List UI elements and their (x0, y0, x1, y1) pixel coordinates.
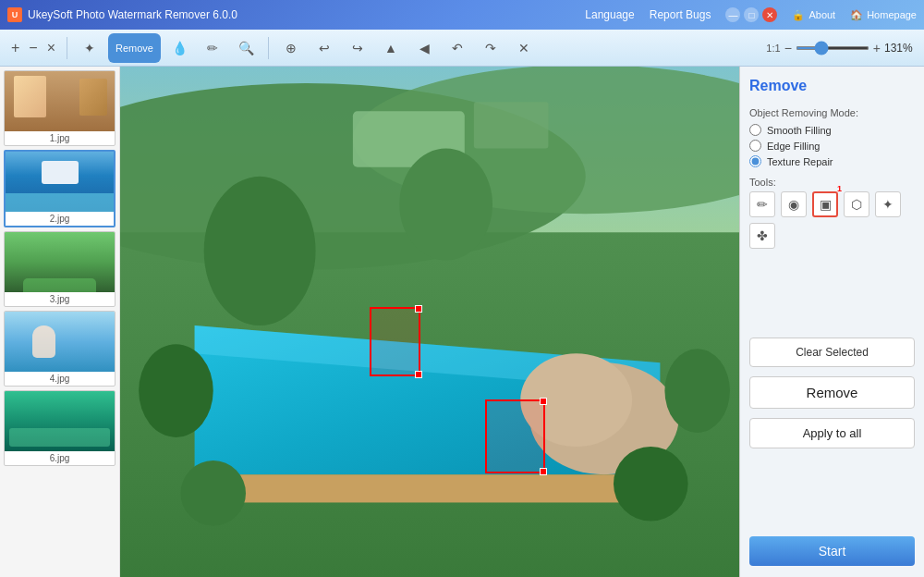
pattern-tool-button[interactable]: ✤ (749, 223, 775, 249)
mode-section: Object Removing Mode: Smooth Filling Edg… (749, 107, 915, 167)
tools-row: ✏ ◉ ▣ 1 ⬡ ✦ ✤ (749, 191, 915, 249)
mode-smooth-radio[interactable] (749, 124, 761, 136)
remove-file-button[interactable]: − (25, 38, 41, 58)
thumbnail-label-1: 1.jpg (5, 131, 115, 145)
thumbnail-image-4 (5, 312, 115, 372)
flip-v-button[interactable]: ▲ (376, 33, 406, 63)
svg-point-13 (614, 447, 688, 522)
home-icon: 🏠 (850, 9, 863, 21)
remove-tool-button[interactable]: Remove (108, 33, 161, 63)
zoom-plus-icon[interactable]: + (873, 41, 881, 55)
rect-tool-button[interactable]: ▣ (812, 191, 838, 217)
svg-rect-5 (474, 102, 549, 148)
file-tools: + − × (7, 38, 59, 58)
close-file-button[interactable]: × (43, 38, 59, 58)
svg-point-14 (180, 460, 246, 526)
tools-label: Tools: (749, 177, 915, 188)
main-area: 1.jpg 2.jpg 3.jpg 4.jpg 6.jpg (0, 67, 924, 577)
language-btn[interactable]: Language (585, 8, 634, 21)
thumbnail-image-2 (6, 152, 114, 212)
zoom-percent-label: 131% (884, 42, 917, 55)
pencil-tool-button[interactable]: ✏ (749, 191, 775, 217)
report-bugs-btn[interactable]: Report Bugs (650, 8, 711, 21)
magic-tool-button[interactable]: ✦ (875, 191, 901, 217)
clear-selected-button[interactable]: Clear Selected (749, 338, 915, 367)
panel-title: Remove (749, 78, 915, 94)
toolbar-separator-1 (67, 37, 67, 59)
undo-button[interactable]: ↶ (443, 33, 472, 63)
thumbnail-image-3 (5, 232, 115, 292)
clone-tool-button[interactable]: 🔍 (231, 33, 261, 63)
selection-box-2[interactable] (485, 399, 545, 473)
minimize-button[interactable]: — (725, 7, 740, 22)
mode-edge[interactable]: Edge Filling (749, 140, 915, 152)
thumbnail-item-4[interactable]: 4.jpg (4, 311, 116, 387)
zoom-minus-icon[interactable]: − (784, 41, 792, 55)
titlebar: U UkeySoft Photo Watermark Remover 6.0.0… (0, 0, 924, 30)
thumbnail-item-2[interactable]: 2.jpg (4, 150, 116, 227)
app-title: UkeySoft Photo Watermark Remover 6.0.0 (28, 8, 237, 21)
main-canvas (120, 67, 739, 577)
close-button[interactable]: ✕ (762, 7, 777, 22)
brush-tool-button[interactable]: ◉ (781, 191, 807, 217)
selection-handle-tr[interactable] (415, 305, 422, 313)
mode-edge-radio[interactable] (749, 140, 761, 152)
rotate-right-button[interactable]: ↪ (343, 33, 372, 63)
tool-num-badge: 1 (837, 184, 842, 193)
thumbnail-label-5: 6.jpg (5, 451, 115, 465)
add-file-button[interactable]: + (7, 38, 23, 58)
remove-button[interactable]: Remove (749, 376, 915, 409)
selection-handle-2-tr[interactable] (540, 398, 547, 405)
mode-edge-label: Edge Filling (767, 141, 820, 152)
mode-smooth[interactable]: Smooth Filling (749, 124, 915, 136)
svg-point-16 (399, 149, 492, 261)
titlebar-left: U UkeySoft Photo Watermark Remover 6.0.0 (7, 7, 237, 22)
thumbnail-item-3[interactable]: 3.jpg (4, 231, 116, 307)
rotate-left-button[interactable]: ↩ (310, 33, 339, 63)
selection-box-1[interactable] (370, 307, 420, 376)
selection-handle-2-br[interactable] (540, 468, 547, 475)
mode-radio-group: Smooth Filling Edge Filling Texture Repa… (749, 124, 915, 167)
clear-button[interactable]: ✕ (509, 33, 539, 63)
retouch-tool-button[interactable]: ✏ (198, 33, 227, 63)
titlebar-controls: — □ ✕ (725, 7, 777, 22)
thumbnail-image-1 (5, 71, 115, 131)
mode-smooth-label: Smooth Filling (767, 125, 832, 136)
redo-button[interactable]: ↷ (476, 33, 505, 63)
polygon-tool-button[interactable]: ⬡ (844, 191, 869, 217)
mode-texture-label: Texture Repair (767, 156, 833, 167)
toolbar: + − × ✦ Remove 💧 ✏ 🔍 ⊕ ↩ ↪ ▲ ◀ ↶ ↷ ✕ 1:1… (0, 30, 924, 67)
thumbnail-item-1[interactable]: 1.jpg (4, 70, 116, 146)
erase-tool-button[interactable]: 💧 (164, 33, 194, 63)
svg-point-15 (204, 177, 316, 325)
about-button[interactable]: 🔒 About (792, 9, 835, 21)
toolbar-separator-2 (268, 37, 269, 59)
flip-h-button[interactable]: ◀ (409, 33, 439, 63)
homepage-button[interactable]: 🏠 Homepage (850, 9, 917, 21)
panel-spacer-2 (749, 458, 915, 528)
lock-icon: 🔒 (792, 9, 805, 21)
mosaic-button[interactable]: ⊕ (276, 33, 306, 63)
thumbnail-sidebar: 1.jpg 2.jpg 3.jpg 4.jpg 6.jpg (0, 67, 120, 577)
app-icon: U (7, 7, 22, 22)
tools-section: Tools: ✏ ◉ ▣ 1 ⬡ ✦ ✤ (749, 177, 915, 249)
svg-point-11 (139, 344, 213, 437)
apply-to-all-button[interactable]: Apply to all (749, 418, 915, 448)
pin-tool-button[interactable]: ✦ (75, 33, 104, 63)
mode-texture-radio[interactable] (749, 155, 761, 167)
canvas-area[interactable] (120, 67, 739, 577)
start-button[interactable]: Start (749, 536, 915, 566)
right-panel: Remove Object Removing Mode: Smooth Fill… (739, 67, 924, 577)
thumbnail-label-2: 2.jpg (6, 212, 114, 226)
thumbnail-label-4: 4.jpg (5, 372, 115, 386)
thumbnail-item-5[interactable]: 6.jpg (4, 390, 116, 466)
selection-handle-br[interactable] (415, 371, 422, 378)
maximize-button[interactable]: □ (744, 7, 759, 22)
titlebar-right: Language Report Bugs — □ ✕ 🔒 About 🏠 Hom… (585, 7, 917, 22)
thumbnail-label-3: 3.jpg (5, 292, 115, 306)
zoom-slider[interactable] (796, 46, 869, 50)
mode-texture[interactable]: Texture Repair (749, 155, 915, 167)
panel-spacer (749, 258, 915, 328)
zoom-controls: 1:1 − + 131% (766, 41, 917, 55)
titlebar-nav: Language Report Bugs (585, 8, 711, 21)
